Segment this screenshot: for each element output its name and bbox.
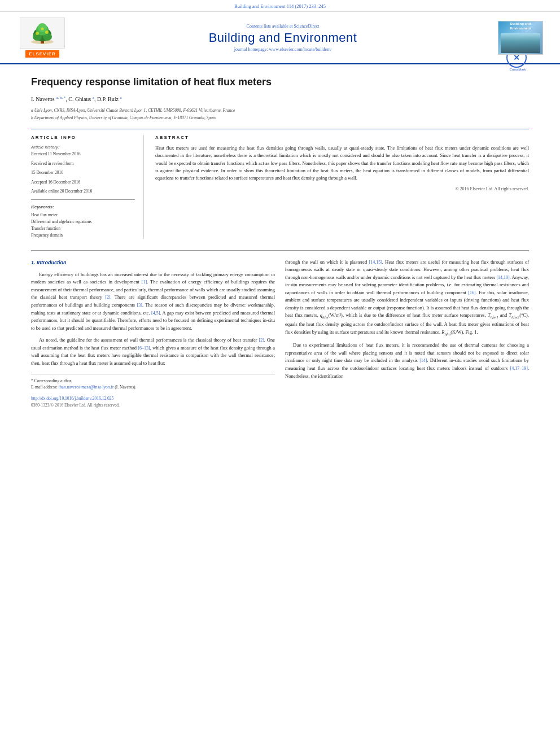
affiliations: a Univ Lyon, CNRS, INSA-Lyon, Université… xyxy=(31,107,529,121)
abstract-section: ABSTRACT Heat flux meters are used for m… xyxy=(155,135,529,239)
elsevier-logo: ELSEVIER xyxy=(17,18,68,58)
email-link[interactable]: iban.naveros-mesa@insa-lyon.fr xyxy=(59,385,114,390)
journal-reference-bar: Building and Environment 114 (2017) 233–… xyxy=(0,0,560,12)
email-footnote: E-mail address: iban.naveros-mesa@insa-l… xyxy=(31,384,275,390)
journal-header-center: Contents lists available at ScienceDirec… xyxy=(68,24,498,52)
doi-bar: http://dx.doi.org/10.1016/j.buildenv.201… xyxy=(31,395,275,409)
journal-reference-text: Building and Environment 114 (2017) 233–… xyxy=(234,3,326,9)
author-ghiaus: C. Ghiaus xyxy=(68,97,91,103)
available-online-date: Available online 20 December 2016 xyxy=(31,189,135,195)
svg-point-9 xyxy=(41,27,43,30)
abstract-heading: ABSTRACT xyxy=(155,135,529,140)
received-date: Received 11 November 2016 xyxy=(31,151,135,158)
elsevier-brand-text: ELSEVIER xyxy=(25,50,59,58)
abstract-text: Heat flux meters are used for measuring … xyxy=(155,145,529,182)
journal-homepage-text: journal homepage: www.elsevier.com/locat… xyxy=(68,47,498,52)
article-info: ARTICLE INFO Article history: Received 1… xyxy=(31,135,144,239)
history-label: Article history: xyxy=(31,145,135,150)
intro-paragraph-1: Energy efficiency of buildings has an in… xyxy=(31,271,275,332)
accepted-date: Accepted 16 December 2016 xyxy=(31,180,135,186)
author-ruiz: D.P. Ruíz xyxy=(97,97,119,103)
author-ghiaus-affil: a xyxy=(93,95,94,100)
footnote-section: * Corresponding author. E-mail address: … xyxy=(31,374,275,391)
issn-text: 0360-1323/© 2016 Elsevier Ltd. All right… xyxy=(31,402,275,409)
author-ruiz-affil: a xyxy=(120,95,121,100)
keywords-label: Keywords: xyxy=(31,204,135,209)
body-column-left: 1. Introduction Energy efficiency of bui… xyxy=(31,259,275,409)
main-body: 1. Introduction Energy efficiency of bui… xyxy=(31,250,529,409)
author-naveros: I. Naveros xyxy=(31,97,55,103)
corresponding-footnote: * Corresponding author. xyxy=(31,378,275,384)
svg-point-7 xyxy=(36,32,39,35)
keyword-2: Differential and algebraic equations xyxy=(31,219,135,225)
article-title: Frequency response limitation of heat fl… xyxy=(31,76,529,89)
affiliation-b: b Department of Applied Physics, Univers… xyxy=(31,115,529,121)
right-paragraph-2: Due to experimental limitations of heat … xyxy=(285,342,529,380)
journal-url[interactable]: www.elsevier.com/locate/buildenv xyxy=(269,47,332,52)
keyword-1: Heat flux meter xyxy=(31,212,135,219)
right-paragraph-1: through the wall on which it is plastere… xyxy=(285,259,529,338)
journal-header: ELSEVIER Contents lists available at Sci… xyxy=(0,12,560,64)
body-column-right: through the wall on which it is plastere… xyxy=(285,259,529,409)
sciencedirect-link[interactable]: ScienceDirect xyxy=(294,24,320,29)
received-revised-date: 15 December 2016 xyxy=(31,170,135,176)
authors-line: I. Naveros a, b, *, C. Ghiaus a, D.P. Ru… xyxy=(31,95,529,102)
keyword-4: Frequency domain xyxy=(31,232,135,239)
affiliation-a: a Univ Lyon, CNRS, INSA-Lyon, Université… xyxy=(31,107,529,113)
section1-heading: 1. Introduction xyxy=(31,259,275,267)
journal-title: Building and Environment xyxy=(68,30,498,45)
doi-link[interactable]: http://dx.doi.org/10.1016/j.buildenv.201… xyxy=(31,396,113,401)
received-revised-label: Received in revised form xyxy=(31,161,135,167)
intro-paragraph-2: As noted, the guideline for the assessme… xyxy=(31,337,275,367)
keyword-3: Transfer function xyxy=(31,225,135,232)
copyright-text: © 2016 Elsevier Ltd. All rights reserved… xyxy=(155,186,529,191)
info-divider xyxy=(31,199,135,200)
journal-thumbnail: Building andEnvironment xyxy=(498,21,543,55)
author-naveros-affil: a, b, * xyxy=(56,95,65,100)
elsevier-tree-image xyxy=(20,18,65,49)
contents-available-text: Contents lists available at ScienceDirec… xyxy=(68,24,498,29)
paper-content: ✕ CrossMark Frequency response limitatio… xyxy=(0,64,560,420)
article-info-heading: ARTICLE INFO xyxy=(31,135,135,140)
svg-point-8 xyxy=(45,30,49,34)
info-abstract-section: ARTICLE INFO Article history: Received 1… xyxy=(31,129,529,239)
